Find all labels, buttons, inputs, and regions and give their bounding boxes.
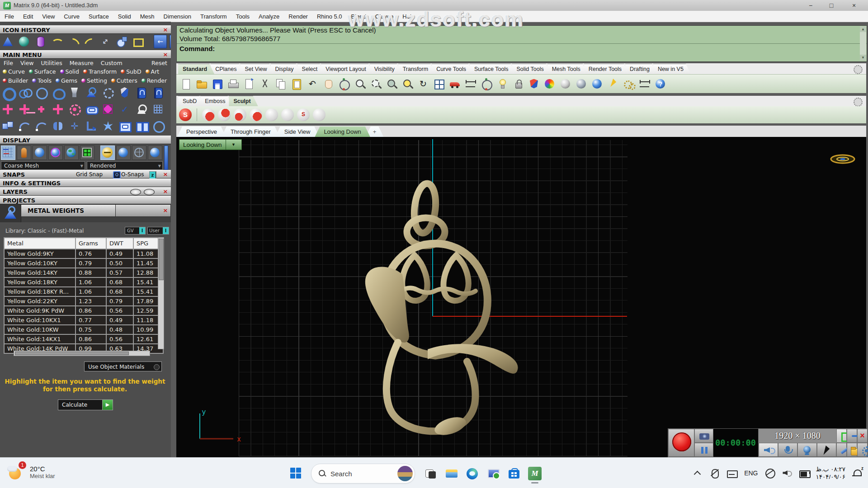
record-button[interactable] (668, 429, 694, 457)
print-icon[interactable] (226, 77, 240, 91)
menu-view[interactable]: View (38, 13, 59, 20)
move-tool-icon[interactable]: ✛ (68, 119, 81, 133)
viewport-layout-icon[interactable] (432, 77, 446, 91)
tab-display[interactable]: Display (271, 64, 301, 74)
tab-standard[interactable]: Standard (178, 64, 214, 74)
navigation-compass-icon[interactable] (831, 155, 854, 163)
cat-surface[interactable]: Surface (26, 68, 57, 75)
dimension-icon[interactable] (638, 77, 651, 91)
cat-subd[interactable]: SubD (118, 68, 142, 75)
prong-tool-icon[interactable] (68, 86, 81, 99)
menu-transform[interactable]: Transform (196, 13, 231, 20)
search-daily-image[interactable] (397, 466, 413, 481)
menu-file[interactable]: File (0, 13, 19, 20)
wireframe-sphere-icon[interactable] (132, 145, 146, 160)
scrollbar-thumb[interactable] (159, 239, 164, 280)
metal-weights-tab[interactable]: METAL WEIGHTS (21, 204, 116, 217)
microphone-icon[interactable] (778, 443, 797, 457)
undo-icon[interactable]: ↶ (306, 77, 319, 91)
viewport-looking-down[interactable]: Looking Down ▼ (176, 137, 866, 457)
weather-widget[interactable]: 1 20°C Meist klar (7, 463, 55, 481)
maximize-button[interactable]: □ (824, 1, 839, 10)
table-row[interactable]: Yellow Gold:10KY0.790.5011.45 (4, 258, 163, 268)
history-curve-icon[interactable] (66, 35, 80, 48)
environment-display-icon[interactable] (64, 145, 79, 160)
tab-emboss[interactable]: Emboss (200, 96, 232, 106)
zoom-extents-icon[interactable] (353, 77, 367, 91)
orient-tool-icon[interactable] (85, 119, 98, 133)
tab-select[interactable]: Select (297, 64, 325, 74)
tab-sculpt[interactable]: Sculpt (229, 96, 258, 106)
gem-small-tool-icon[interactable] (34, 103, 48, 116)
file-explorer-button[interactable] (445, 467, 458, 480)
use-object-materials-dropdown[interactable]: Use Object Materials (84, 361, 162, 371)
scroll-down-icon[interactable]: ▼ (860, 55, 866, 61)
tab-curve-tools[interactable]: Curve Tools (432, 64, 473, 74)
tab-perspective[interactable]: Perspective (177, 127, 226, 137)
tray-overflow-icon[interactable] (692, 468, 703, 479)
notification-bell-icon[interactable]: z (852, 468, 863, 479)
shaded-display-icon[interactable] (33, 145, 47, 160)
cat-builder[interactable]: Builder (0, 77, 29, 84)
pause-button[interactable] (694, 443, 713, 457)
command-scrollbar[interactable]: ▲ ▼ (860, 26, 866, 61)
icon-history-header[interactable]: ICON HISTORY × (0, 25, 171, 34)
edge-browser-button[interactable] (466, 467, 479, 480)
display-mode-shield-icon[interactable] (527, 77, 541, 91)
tab-mesh-tools[interactable]: Mesh Tools (547, 64, 588, 74)
mesh-quality-dropdown[interactable]: Coarse Mesh ▼ (1, 161, 85, 170)
tab-render-tools[interactable]: Render Tools (584, 64, 629, 74)
display-header[interactable]: DISPLAY (0, 136, 171, 144)
gv-toggle[interactable]: GV I (125, 227, 146, 235)
matrix-app-button[interactable]: M (528, 467, 542, 480)
close-icon[interactable]: × (162, 26, 169, 33)
close-icon[interactable]: × (162, 51, 169, 58)
speaker-icon[interactable] (759, 443, 778, 457)
material-sphere-icon[interactable] (148, 145, 162, 160)
menu-edit[interactable]: Edit (19, 13, 38, 20)
shaded-mode-icon[interactable] (559, 77, 572, 91)
close-icon[interactable]: × (162, 188, 169, 195)
history-scale-icon[interactable]: ↔ (99, 35, 112, 48)
lock-icon[interactable] (511, 77, 525, 91)
save-icon[interactable] (211, 77, 224, 91)
circle-handle-icon[interactable] (480, 77, 493, 91)
menu-analyze[interactable]: Analyze (254, 13, 284, 20)
mouse-disabled-icon[interactable] (709, 468, 720, 479)
remote-desktop-button[interactable] (486, 467, 500, 480)
distance-icon[interactable] (464, 77, 477, 91)
history-rectangle-icon[interactable] (131, 35, 145, 48)
clock-widget[interactable]: ۰۸:۲۷ ب.ظ ۱۴۰۴/۰۹/۰۶ (816, 465, 845, 481)
annotate-pencil-icon[interactable] (836, 443, 847, 457)
menu-mesh[interactable]: Mesh (136, 13, 159, 20)
cat-cutters[interactable]: Cutters (108, 77, 139, 84)
sculpt-logo-icon[interactable]: S (179, 108, 192, 121)
tab-surface-tools[interactable]: Surface Tools (470, 64, 516, 74)
color-wheel-icon[interactable] (543, 77, 557, 91)
history-forward-icon[interactable]: → (170, 35, 171, 48)
mm-view[interactable]: View (17, 60, 38, 66)
mm-custom[interactable]: Custom (97, 60, 126, 66)
osnap-icon[interactable]: O (113, 171, 121, 179)
tab-visibility[interactable]: Visibility (370, 64, 402, 74)
projects-header[interactable]: PROJECTS (0, 196, 171, 204)
layers-header[interactable]: LAYERS × (0, 187, 171, 196)
mm-utilities[interactable]: Utilities (38, 60, 66, 66)
cat-transform[interactable]: Transform (80, 68, 118, 75)
history-curve-icon[interactable] (82, 35, 96, 48)
render-mode-dropdown[interactable]: Rendered ▼ (87, 161, 163, 170)
table-horizontal-scrollbar[interactable] (14, 351, 150, 356)
explode-tool-icon[interactable] (101, 119, 115, 133)
sculpt-pinch-icon[interactable] (265, 108, 278, 121)
table-row[interactable]: Yellow Gold:22KY1.230.7917.89 (4, 296, 163, 306)
col-metal[interactable]: Metal (4, 238, 75, 249)
tab-new-in-v5[interactable]: New in V5 (653, 64, 691, 74)
cat-curve[interactable]: Curve (0, 68, 26, 75)
copy-icon[interactable] (274, 77, 288, 91)
table-row[interactable]: Yellow Gold:18KY R...1.060.6815.41 (4, 287, 163, 296)
rotate-view-icon[interactable] (337, 77, 351, 91)
ghosted-mode-icon[interactable] (575, 77, 588, 91)
pattern-tool-icon[interactable] (101, 103, 115, 116)
sculpt-pull-icon[interactable] (218, 108, 231, 121)
command-scroll-track[interactable] (860, 32, 866, 55)
